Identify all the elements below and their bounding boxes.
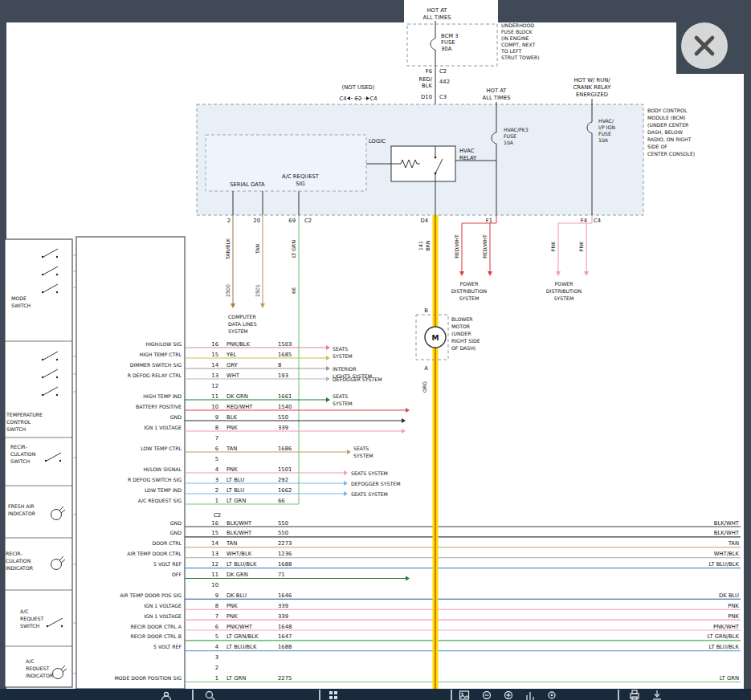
circuit-number: 2500: [225, 284, 231, 297]
signal-label: RECIR DOOR CTRL B: [131, 633, 182, 639]
system-label: DEFOGGER SYSTEM: [351, 481, 401, 486]
pin-number: 13: [211, 372, 218, 379]
wire-color-label: PNK: [578, 241, 584, 251]
system-label: DEFOGGER SYSTEM: [333, 376, 382, 382]
hot-run-crank-label: HOT W/ RUN/CRANK RELAYENERGIZED: [573, 77, 612, 98]
signal-label: AIR TEMP DOOR CTRL: [127, 551, 182, 556]
circuit-number: 66: [278, 498, 285, 504]
pin-number: 16: [211, 341, 218, 348]
system-label: SEATS: [333, 393, 348, 399]
signal-label: HIGH TEMP IND: [143, 393, 182, 399]
wire-color-label: TAN: [728, 540, 739, 547]
pin-number: 4: [215, 644, 218, 650]
wire-color-label: TAN/BLK: [225, 238, 231, 260]
pin-number: 12: [211, 561, 218, 568]
pin-number: 10: [211, 582, 218, 588]
wire-color-label: BLK/WHT: [227, 530, 252, 536]
pin-e2: E2: [355, 96, 362, 102]
bcm-module: BODY CONTROLMODULE (BCM)(UNDER CENTERDAS…: [197, 99, 695, 224]
wire-color-label: DK BLU: [227, 592, 247, 599]
pin-a: A: [424, 365, 428, 372]
pin-number: 9: [215, 414, 218, 421]
signal-label: 5 VOLT REF: [153, 644, 182, 649]
wire-color-label: LT BLU: [227, 477, 244, 483]
circuit-number: 1688: [278, 561, 292, 568]
circuit-number: 1688: [278, 644, 292, 650]
circuit-number: 66: [291, 287, 296, 294]
wire-color-label: LT BLU/BLK: [227, 644, 257, 650]
circuit-number: 1501: [278, 466, 292, 473]
signal-label: A/C REQUEST SIG: [138, 498, 182, 503]
circuit-number: 339: [278, 603, 288, 609]
wire-color-label: DK GRN: [227, 572, 248, 578]
pin-number: 8: [215, 603, 218, 609]
wire-color-label: LT GRN: [720, 675, 739, 682]
system-label: SEATS: [333, 346, 348, 352]
pin-number: 12: [211, 383, 218, 389]
circuit-number: 550: [278, 414, 288, 421]
wire-color-label: LT BLU: [227, 487, 244, 494]
pin-number: 2: [215, 665, 218, 671]
pin-number: 9: [215, 592, 218, 599]
wire-color-label: DK BLU: [719, 592, 739, 599]
signal-label: LOW TEMP IND: [145, 487, 182, 493]
circuit-number: 71: [278, 572, 285, 578]
signal-label: 5 VOLT REF: [153, 561, 182, 567]
wire-color-label: BLK/WHT: [714, 530, 740, 536]
signal-label: R DEFOG RELAY CTRL: [128, 372, 182, 378]
highlighted-wire[interactable]: [433, 215, 439, 689]
hot-at-all-times-top: HOT ATALL TIMES: [422, 7, 451, 21]
circuit-number: 1646: [278, 592, 292, 599]
signal-label: DIMMER SWITCH SIG: [130, 362, 182, 368]
circuit-number: 442: [439, 79, 450, 85]
signal-label: IGN 1 VOLTAGE: [144, 603, 182, 608]
signal-label: AIR TEMP DOOR POS SIG: [120, 592, 182, 598]
circuit-number: 1662: [278, 487, 292, 494]
wire-color-label: TAN: [255, 244, 260, 255]
signal-label: DOOR CTRL: [152, 540, 182, 546]
wire-color-label: BLK: [422, 83, 432, 89]
system-label: SYSTEM: [333, 353, 353, 359]
circuit-number: 1236: [278, 551, 292, 557]
pin-number: 14: [211, 540, 218, 547]
circuit-number: 1661: [278, 393, 292, 400]
pin-number: 8: [215, 425, 218, 431]
circuit-number: 1647: [278, 633, 292, 640]
wire-color-label: LT BLU/BLK: [227, 561, 257, 568]
pin-number: 3: [215, 477, 218, 483]
close-button[interactable]: [681, 22, 728, 69]
signal-label: LOW TEMP CTRL: [141, 446, 182, 451]
system-label: SYSTEM: [333, 401, 353, 406]
wire-color-label: DK GRN: [227, 393, 248, 400]
pin-number: 1: [215, 498, 218, 504]
wire-color-label: LT BLU/BLK: [709, 644, 740, 650]
wire-color-label: RED/WHT: [482, 234, 488, 258]
hot-at-all-times-mid: HOT ATALL TIMES: [482, 88, 510, 101]
signal-label: OFF: [172, 572, 182, 577]
system-label: INTERIOR: [333, 366, 357, 372]
pin-number: 1: [215, 675, 218, 682]
logic-label: LOGIC: [369, 138, 386, 144]
pin-number: 11: [211, 572, 218, 578]
circuit-number: 1503: [278, 341, 292, 348]
pin-number: 16: [211, 520, 218, 527]
wire-color-label: YEL: [226, 352, 236, 358]
circuit-number: 2275: [278, 675, 292, 682]
wire-color-label: TAN: [226, 540, 237, 547]
signal-label: IGN 1 VOLTAGE: [144, 613, 182, 619]
circuit-number: 1648: [278, 624, 292, 630]
pin-69: 69: [288, 218, 296, 224]
wire-color-label: BLK/WHT: [714, 520, 740, 527]
circuit-number: 1685: [278, 352, 292, 358]
pin-number: 2: [215, 487, 218, 494]
pin-f6: F6: [426, 68, 432, 75]
wire-color-label: LT BLU/BLK: [709, 561, 740, 568]
pin-d4: D4: [420, 218, 428, 224]
circuit-number: 292: [278, 477, 288, 483]
circuit-number: 193: [278, 372, 288, 379]
wire-color-label: PNK: [227, 613, 238, 620]
diagram-viewer: MODESWITCH TEMPERATURECONTROLSWITCH RECI…: [0, 0, 751, 700]
pin-20: 20: [253, 218, 260, 224]
pin-b: B: [424, 307, 428, 314]
wire-color-label: RED/: [418, 76, 432, 83]
